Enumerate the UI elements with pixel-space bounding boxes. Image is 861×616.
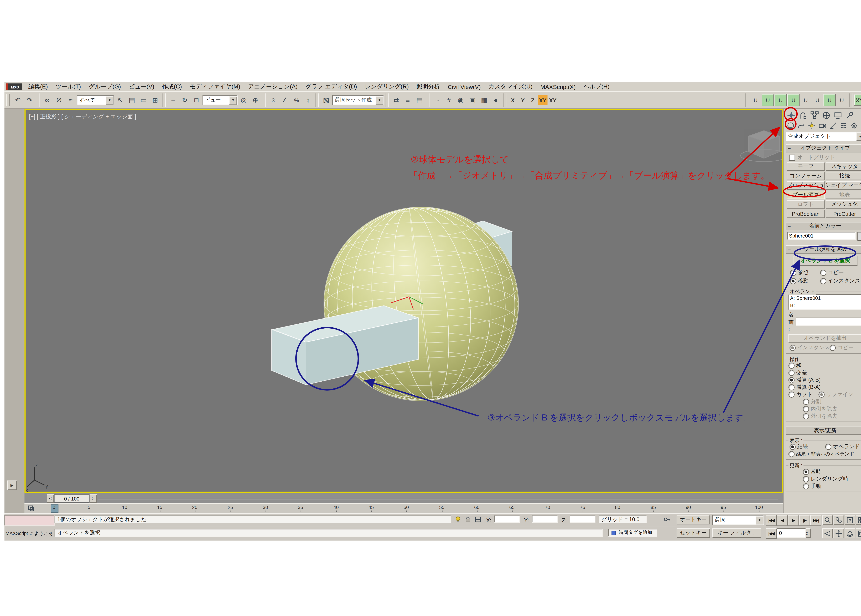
next-frame-button[interactable]: > <box>90 495 97 503</box>
operand-b-item[interactable]: B: <box>790 302 860 309</box>
go-to-start-button[interactable]: |◀◀ <box>766 515 777 525</box>
menu-views[interactable]: ビュー(V) <box>125 82 158 91</box>
toolbar-grip[interactable] <box>6 94 10 106</box>
name-color-rollout-header[interactable]: − 名前とカラー <box>785 222 861 230</box>
result-radio[interactable] <box>790 444 796 450</box>
zoom-all-icon[interactable] <box>833 515 844 525</box>
render-setup-icon[interactable]: ▣ <box>467 94 478 106</box>
app-logo[interactable]: MXD <box>6 83 22 90</box>
absolute-offset-toggle-icon[interactable] <box>474 515 482 525</box>
go-to-frame-start-button[interactable]: |◀◀ <box>766 528 777 539</box>
operand-name-field[interactable] <box>795 317 861 326</box>
connect-button[interactable]: 接続 <box>826 172 861 180</box>
menu-modifiers[interactable]: モディファイヤ(M) <box>186 82 244 91</box>
move-radio[interactable] <box>790 278 796 284</box>
snap-magnet-icon[interactable]: ∪ <box>800 94 811 106</box>
macro-recorder-box[interactable] <box>5 515 55 525</box>
snap-xy-button[interactable]: XY <box>854 94 861 106</box>
procutter-button[interactable]: ProCutter <box>826 210 861 218</box>
manually-radio[interactable] <box>803 483 809 489</box>
menu-create[interactable]: 作成(C) <box>158 82 186 91</box>
remove-inside-radio[interactable] <box>803 406 809 412</box>
add-time-tag[interactable]: 時間タグを追加 <box>608 529 657 537</box>
next-frame-button[interactable]: |▶ <box>799 515 810 525</box>
menu-rendering[interactable]: レンダリング(R) <box>361 82 413 91</box>
curve-editor-icon[interactable]: ~ <box>432 94 443 106</box>
maximize-viewport-icon[interactable] <box>856 528 861 538</box>
select-link-icon[interactable]: ∞ <box>42 94 53 106</box>
field-of-view-icon[interactable] <box>822 528 833 538</box>
display-tab-icon[interactable] <box>833 110 843 120</box>
pick-operand-b-button[interactable]: オペランド B を選択 <box>793 256 857 266</box>
selection-lock-icon[interactable] <box>464 515 472 525</box>
adaptive-degradation-icon[interactable] <box>454 515 462 525</box>
scale-icon[interactable]: □ <box>191 94 202 106</box>
zoom-icon[interactable] <box>822 515 833 525</box>
subtraction-ba-radio[interactable] <box>789 384 795 391</box>
zoom-extents-all-icon[interactable] <box>856 515 861 525</box>
unlink-icon[interactable]: Ø <box>54 94 65 106</box>
remove-outside-radio[interactable] <box>803 413 809 420</box>
play-button[interactable]: ▶ <box>788 515 799 525</box>
named-selection-combo[interactable]: 選択セット作成 ▾ <box>332 95 384 105</box>
autogrid-checkbox[interactable] <box>789 154 795 161</box>
viewport[interactable]: [+] [ 正投影 ] [ シェーディング + エッジ面 ] <box>24 109 783 493</box>
extract-copy-radio[interactable] <box>830 345 836 351</box>
time-slider[interactable]: < 0 / 100 > <box>24 493 783 503</box>
mesher-button[interactable]: メッシュ化 <box>826 200 861 209</box>
modify-tab-icon[interactable] <box>797 110 808 120</box>
proboolean-button[interactable]: ProBoolean <box>787 210 825 218</box>
selection-filter-combo[interactable]: すべて ▾ <box>77 95 114 105</box>
blobmesh-button[interactable]: ブロブメッシュ <box>787 181 825 190</box>
when-rendering-radio[interactable] <box>803 476 809 482</box>
frame-spinner[interactable]: ▴▾ <box>806 528 811 538</box>
axis-y-button[interactable]: Y <box>518 95 527 105</box>
always-radio[interactable] <box>803 469 809 475</box>
menu-edit[interactable]: 編集(E) <box>24 82 52 91</box>
spinner-snap-icon[interactable]: ↕ <box>303 94 314 106</box>
maxscript-listener-label[interactable]: MAXScript にようこそ <box>6 531 54 537</box>
snap-magnet-icon[interactable]: ∪ <box>750 94 761 106</box>
snap-3d-icon[interactable]: 3 <box>268 94 279 106</box>
current-frame-field[interactable]: 0 <box>777 528 806 538</box>
scatter-button[interactable]: スキャッタ <box>826 162 861 171</box>
mini-listener-toggle-button[interactable]: ▶ <box>7 481 17 490</box>
snap-magnet-icon[interactable]: ∪ <box>823 94 836 106</box>
rotate-icon[interactable]: ↻ <box>179 94 190 106</box>
previous-frame-button[interactable]: ◀| <box>777 515 788 525</box>
helpers-category-icon[interactable] <box>828 121 838 130</box>
boolean-button[interactable]: ブール演算 <box>787 191 825 199</box>
key-icon[interactable] <box>663 515 671 525</box>
motion-tab-icon[interactable] <box>821 110 831 120</box>
result-hidden-operands-radio[interactable] <box>789 451 795 457</box>
rendered-frame-icon[interactable]: ▦ <box>479 94 490 106</box>
menu-civil-view[interactable]: Civil View(V) <box>444 83 485 91</box>
rect-selection-icon[interactable]: ▭ <box>138 94 149 106</box>
window-crossing-icon[interactable]: ⊞ <box>150 94 161 106</box>
conform-button[interactable]: コンフォーム <box>787 172 825 180</box>
object-category-dropdown[interactable]: 合成オブジェクト ▾ <box>785 132 861 141</box>
viewport-canvas[interactable]: z x y <box>26 110 782 492</box>
union-radio[interactable] <box>789 363 795 369</box>
axis-xy-flyout-button[interactable]: XY <box>548 95 557 105</box>
move-icon[interactable]: + <box>168 94 179 106</box>
menu-customize[interactable]: カスタマイズ(U) <box>485 82 537 91</box>
prev-frame-button[interactable]: < <box>47 495 54 503</box>
snap-magnet-icon[interactable]: ∪ <box>836 94 847 106</box>
shapemerge-button[interactable]: シェイプ マージ <box>826 181 861 190</box>
object-name-field[interactable] <box>787 232 856 240</box>
morph-button[interactable]: モーフ <box>787 162 825 171</box>
axis-xy-button[interactable]: XY <box>538 95 548 105</box>
snap-magnet-icon[interactable]: ∪ <box>787 94 800 106</box>
orbit-icon[interactable] <box>845 528 855 538</box>
open-mini-curve-editor-icon[interactable] <box>27 504 36 512</box>
edit-named-selections-icon[interactable]: ▧ <box>321 94 332 106</box>
menu-help[interactable]: ヘルプ(H) <box>579 82 614 91</box>
angle-snap-icon[interactable]: ∠ <box>279 94 291 106</box>
key-filters-button[interactable]: キー フィルタ... <box>712 528 761 538</box>
axis-x-button[interactable]: X <box>508 95 518 105</box>
spacewarps-category-icon[interactable] <box>839 121 848 130</box>
terrain-button[interactable]: 地表 <box>826 191 861 199</box>
reference-coordsys-combo[interactable]: ビュー ▾ <box>203 95 238 105</box>
reference-radio[interactable] <box>790 270 796 276</box>
